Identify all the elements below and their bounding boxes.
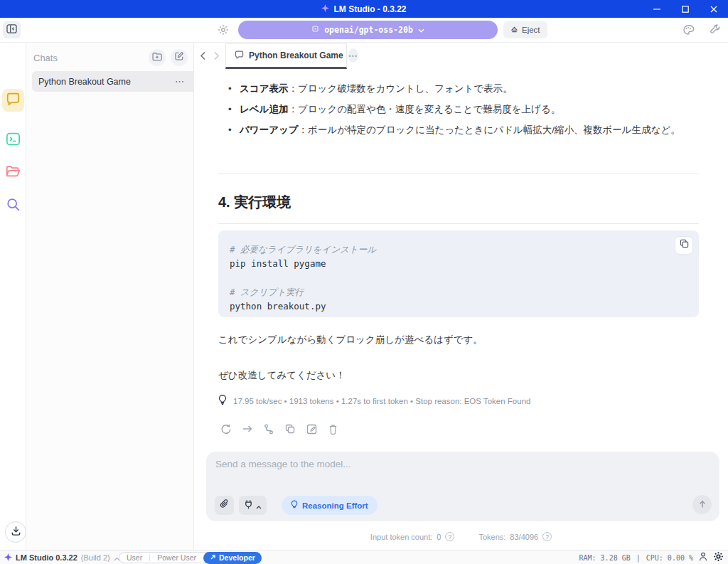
chats-panel-title: Chats [33, 53, 144, 63]
theme-palette-button[interactable] [682, 24, 694, 38]
paragraph: ぜひ改造してみてください！ [218, 369, 346, 382]
eject-model-button[interactable]: Eject [503, 21, 547, 38]
user-profile-icon[interactable] [699, 551, 707, 564]
nav-developer-terminal-button[interactable] [2, 129, 24, 151]
left-nav-rail [0, 43, 26, 550]
more-icon: ⋯ [348, 50, 358, 61]
tab-python-breakout-game[interactable]: Python Breakout Game ⋯ [225, 43, 347, 69]
nav-chat-button[interactable] [2, 89, 24, 112]
search-icon [6, 197, 21, 215]
plugins-button[interactable] [239, 496, 267, 515]
help-icon[interactable]: ? [445, 532, 454, 541]
reasoning-effort-button[interactable]: Reasoning Effort [282, 496, 378, 515]
main-area: Python Breakout Game ⋯ • スコア表示：ブロック破壊数をカ… [194, 43, 728, 550]
mode-user-button[interactable]: User [119, 552, 149, 563]
new-chat-button[interactable] [171, 49, 188, 66]
tab-bar: Python Breakout Game ⋯ [194, 43, 728, 69]
code-line: pip install pygame [230, 257, 687, 271]
maximize-button[interactable] [671, 0, 700, 18]
folder-open-icon [6, 165, 21, 181]
download-icon [11, 526, 21, 539]
model-selector[interactable]: openai/gpt-oss-20b [238, 21, 498, 39]
model-settings-gear-button[interactable] [218, 24, 229, 38]
terminal-icon [6, 132, 21, 149]
user-mode-switcher: User Power User Developer [119, 552, 262, 563]
bullet-list: • スコア表示：ブロック破壊数をカウントし、フォントで表示。 • レベル追加：ブ… [228, 78, 699, 140]
chat-item-label: Python Breakout Game [38, 77, 175, 87]
edit-message-button[interactable] [305, 422, 318, 435]
nav-my-models-button[interactable] [2, 161, 24, 184]
continue-arrow-button[interactable] [241, 422, 254, 435]
tab-more-button[interactable]: ⋯ [348, 48, 358, 63]
bullet-icon: • [228, 78, 240, 99]
token-info-row: Input token count: 0 ? Tokens: 83/4096 ? [194, 532, 728, 541]
help-icon[interactable]: ? [542, 532, 552, 541]
divider [218, 223, 699, 224]
close-button[interactable] [700, 0, 728, 18]
settings-gear-button[interactable] [713, 551, 724, 564]
divider [218, 174, 699, 174]
nav-back-button[interactable] [200, 50, 206, 63]
chat-bubble-icon [6, 92, 21, 109]
eject-label: Eject [522, 26, 540, 34]
mode-power-user-button[interactable]: Power User [150, 552, 203, 563]
folder-plus-icon [152, 51, 162, 64]
code-line: # 必要なライブラリをインストール [230, 243, 687, 257]
model-name: openai/gpt-oss-20b [324, 25, 413, 35]
titlebar: LM Studio - 0.3.22 [0, 0, 728, 18]
mode-developer-button[interactable]: Developer [203, 552, 262, 564]
collapse-panel-icon [6, 23, 17, 36]
arrow-up-right-icon [210, 553, 216, 562]
chat-item-more-button[interactable]: ⋯ [175, 76, 185, 87]
code-line: python breakout.py [230, 299, 687, 314]
nav-discover-search-button[interactable] [2, 194, 24, 217]
reasoning-effort-label: Reasoning Effort [302, 501, 368, 510]
copy-code-button[interactable] [675, 236, 693, 255]
context-tokens-value: 83/4096 [510, 533, 538, 541]
window-title-group: LM Studio - 0.3.22 [321, 4, 406, 14]
cpu-usage: CPU: 0.00 % [646, 554, 693, 562]
send-arrow-icon [698, 499, 707, 511]
input-token-count-value: 0 [437, 533, 441, 541]
delete-message-button[interactable] [326, 422, 339, 435]
tab-label: Python Breakout Game [249, 50, 343, 60]
send-button[interactable] [692, 495, 712, 514]
paperclip-icon [220, 499, 229, 512]
list-item: • パワーアップ：ボールが特定のブロックに当たったときにパドル幅拡大/縮小、複数… [228, 119, 699, 140]
regenerate-button[interactable] [220, 422, 232, 435]
collapse-sidebar-button[interactable] [3, 21, 21, 38]
generation-stats: 17.95 tok/sec • 1913 tokens • 1.27s to f… [218, 394, 530, 408]
paragraph: これでシンプルながら動くブロック崩しが遊べるはずです。 [218, 334, 483, 346]
attach-file-button[interactable] [215, 496, 234, 515]
downloads-button[interactable] [5, 521, 26, 543]
lm-studio-logo-icon [4, 551, 12, 564]
build-label: (Build 2) [81, 553, 110, 562]
stats-text: 17.95 tok/sec • 1913 tokens • 1.27s to f… [233, 397, 530, 405]
composer: Reasoning Effort [206, 452, 719, 521]
bullet-icon: • [228, 99, 240, 119]
chats-panel: Chats Python Breakout Game ⋯ [26, 43, 194, 550]
minimize-button[interactable] [643, 0, 671, 18]
section-heading: 4. 実行環境 [218, 193, 291, 212]
reasoning-lightbulb-icon [291, 500, 298, 511]
tab-chat-bubble-icon [235, 49, 244, 62]
code-block: # 必要なライブラリをインストール pip install pygame # ス… [218, 230, 699, 317]
chip-icon [311, 25, 319, 35]
copy-message-button[interactable] [284, 422, 296, 435]
ram-usage: RAM: 3.28 GB [579, 554, 630, 562]
dev-wrench-button[interactable] [710, 24, 721, 38]
list-item: • スコア表示：ブロック破壊数をカウントし、フォントで表示。 [228, 78, 699, 99]
nav-forward-button[interactable] [213, 50, 220, 63]
divider: | [636, 554, 641, 562]
branch-button[interactable] [262, 422, 275, 435]
message-input[interactable] [215, 459, 684, 486]
copy-icon [680, 238, 689, 252]
code-line: # スクリプト実行 [230, 285, 687, 299]
list-item: • レベル追加：ブロックの配置や色・速度を変えることで難易度を上げる。 [228, 99, 699, 119]
chat-list-item[interactable]: Python Breakout Game ⋯ [32, 71, 193, 92]
lm-studio-window: LM Studio - 0.3.22 openai/gpt-oss-20b Ej… [0, 0, 728, 564]
lm-studio-logo-icon [321, 4, 329, 14]
message-actions [220, 422, 339, 435]
new-folder-button[interactable] [149, 49, 166, 66]
chevron-up-icon [256, 499, 262, 512]
